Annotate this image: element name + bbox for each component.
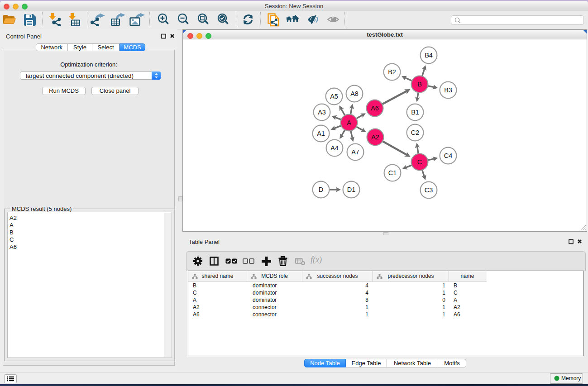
svg-text:C4: C4 bbox=[444, 152, 453, 159]
svg-text:C2: C2 bbox=[411, 129, 420, 136]
svg-text:B1: B1 bbox=[411, 109, 419, 116]
svg-text:C3: C3 bbox=[425, 186, 433, 194]
svg-text:A3: A3 bbox=[318, 109, 326, 116]
svg-text:D: D bbox=[319, 186, 323, 193]
svg-text:D1: D1 bbox=[347, 186, 356, 193]
svg-text:A: A bbox=[347, 119, 351, 126]
svg-text:B: B bbox=[417, 81, 422, 88]
svg-text:A1: A1 bbox=[317, 130, 325, 137]
svg-text:C1: C1 bbox=[388, 169, 397, 176]
svg-text:C: C bbox=[417, 158, 422, 166]
svg-text:A4: A4 bbox=[330, 144, 339, 152]
svg-text:A8: A8 bbox=[350, 90, 359, 97]
svg-text:B4: B4 bbox=[425, 52, 433, 59]
svg-text:A7: A7 bbox=[351, 148, 359, 156]
svg-text:A5: A5 bbox=[330, 93, 338, 100]
svg-text:A2: A2 bbox=[371, 133, 379, 141]
svg-text:B3: B3 bbox=[444, 86, 452, 94]
svg-text:A6: A6 bbox=[371, 105, 379, 112]
svg-text:B2: B2 bbox=[388, 68, 396, 76]
